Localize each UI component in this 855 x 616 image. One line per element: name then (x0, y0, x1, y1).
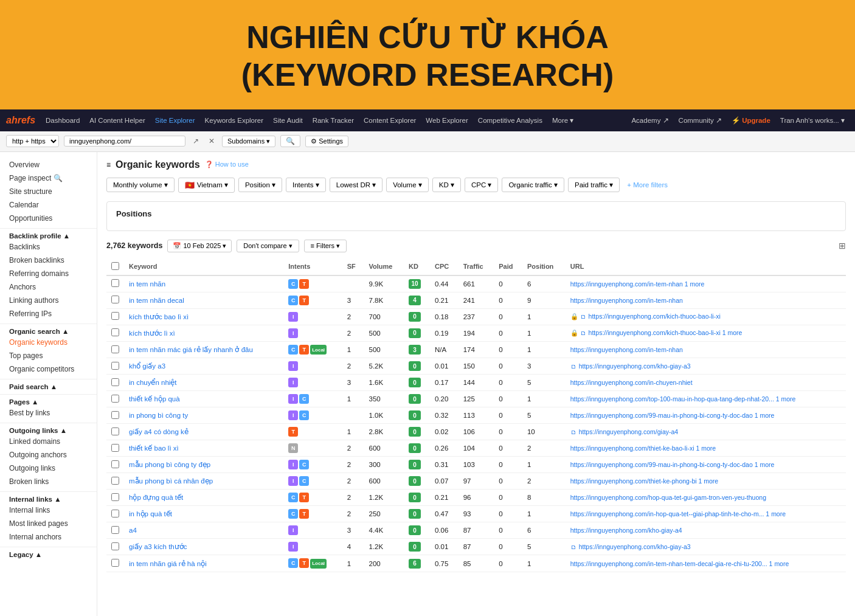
sidebar-item-anchors[interactable]: Anchors (0, 280, 97, 294)
keyword-link[interactable]: in tem nhãn decal (129, 297, 184, 304)
row-checkbox[interactable] (111, 493, 119, 501)
sidebar-item-site-structure[interactable]: Site structure (0, 185, 97, 198)
keyword-link[interactable]: kích thước lì xì (129, 330, 175, 337)
filter-volume[interactable]: Volume ▾ (386, 178, 429, 192)
th-sf[interactable]: SF (342, 258, 364, 275)
sidebar-item-opportunities[interactable]: Opportunities (0, 212, 97, 225)
nav-upgrade[interactable]: ⚡ Upgrade (727, 114, 775, 127)
close-icon[interactable]: ✕ (206, 136, 217, 147)
subdomains-button[interactable]: Subdomains ▾ (222, 136, 275, 147)
url-link[interactable]: 🔒 🗅 https://innguyenphong.com/kich-thuoc… (570, 313, 721, 320)
url-link[interactable]: https://innguyenphong.com/kho-giay-a4 (570, 527, 682, 534)
th-volume[interactable]: Volume (364, 258, 404, 275)
row-checkbox[interactable] (111, 312, 119, 320)
url-link[interactable]: https://innguyenphong.com/top-100-mau-in… (570, 395, 774, 403)
keyword-link[interactable]: giấy a3 kích thước (129, 543, 187, 550)
nav-dashboard[interactable]: Dashboard (41, 114, 84, 126)
search-button[interactable]: 🔍 (280, 135, 300, 147)
filter-position[interactable]: Position ▾ (238, 178, 282, 192)
row-checkbox[interactable] (111, 542, 119, 550)
sidebar-item-backlinks[interactable]: Backlinks (0, 240, 97, 254)
nav-ai-content[interactable]: AI Content Helper (85, 114, 149, 126)
sidebar-item-outgoing-links[interactable]: Outgoing links (0, 462, 97, 475)
row-checkbox[interactable] (111, 296, 119, 303)
url-link[interactable]: https://innguyenphong.com/in-hop-qua-tet… (570, 510, 764, 517)
url-link[interactable]: 🗅 https://innguyenphong.com/kho-giay-a3 (570, 543, 691, 550)
filter-paid-traffic[interactable]: Paid traffic ▾ (568, 178, 620, 192)
keyword-link[interactable]: in hộp quà tết (129, 510, 172, 517)
nav-site-explorer[interactable]: Site Explorer (151, 114, 199, 126)
more-filters-link[interactable]: + More filters (623, 179, 671, 191)
keyword-link[interactable]: a4 (129, 527, 137, 534)
filter-country[interactable]: 🇻🇳 Vietnam ▾ (178, 178, 235, 193)
row-checkbox[interactable] (111, 362, 119, 370)
keyword-link[interactable]: thiết kế bao lì xì (129, 445, 179, 452)
sidebar-item-internal-links[interactable]: Internal links (0, 504, 97, 517)
sidebar-item-linked-domains[interactable]: Linked domains (0, 435, 97, 448)
url-link[interactable]: https://innguyenphong.com/thiet-ke-bao-l… (570, 445, 694, 452)
sidebar-item-page-inspect[interactable]: Page inspect 🔍 (0, 171, 97, 185)
url-input[interactable] (64, 136, 185, 147)
keyword-link[interactable]: in tem nhãn giá rẻ hà nội (129, 560, 207, 567)
sidebar-item-linking-authors[interactable]: Linking authors (0, 294, 97, 307)
sidebar-item-internal-anchors[interactable]: Internal anchors (0, 530, 97, 544)
sidebar-item-organic-competitors[interactable]: Organic competitors (0, 362, 97, 376)
keyword-link[interactable]: thiết kế hộp quà (129, 395, 180, 403)
url-link[interactable]: https://innguyenphong.com/in-tem-nhan (570, 346, 683, 353)
nav-web-explorer[interactable]: Web Explorer (421, 114, 472, 126)
row-checkbox[interactable] (111, 328, 119, 336)
sidebar-item-outgoing-anchors[interactable]: Outgoing anchors (0, 448, 97, 462)
keyword-link[interactable]: kích thước bao lì xì (129, 313, 189, 320)
nav-community[interactable]: Community ↗ (674, 114, 726, 127)
sidebar-item-broken-links[interactable]: Broken links (0, 475, 97, 488)
keyword-link[interactable]: in tem nhãn mác giá rẻ lấy nhanh ở đâu (129, 346, 253, 353)
url-link[interactable]: https://innguyenphong.com/in-tem-nhan-te… (570, 560, 767, 567)
th-paid[interactable]: Paid (494, 258, 522, 275)
sidebar-item-overview[interactable]: Overview (0, 158, 97, 171)
keyword-link[interactable]: mẫu phong bì công ty đẹp (129, 461, 210, 468)
sidebar-item-top-pages[interactable]: Top pages (0, 349, 97, 362)
row-checkbox[interactable] (111, 427, 119, 435)
keyword-link[interactable]: hộp đựng quà tết (129, 494, 183, 501)
row-checkbox[interactable] (111, 444, 119, 452)
row-checkbox[interactable] (111, 510, 119, 517)
compare-button[interactable]: Don't compare ▾ (237, 240, 299, 252)
th-position[interactable]: Position (522, 258, 566, 275)
sidebar-item-broken-backlinks[interactable]: Broken backlinks (0, 254, 97, 267)
th-cpc[interactable]: CPC (430, 258, 459, 275)
keyword-link[interactable]: in phong bì công ty (129, 412, 188, 419)
sidebar-item-organic-keywords[interactable]: Organic keywords (0, 336, 97, 349)
filter-cpc[interactable]: CPC ▾ (465, 178, 498, 192)
more-url-link[interactable]: 1 more (721, 329, 742, 336)
select-all-checkbox[interactable] (111, 262, 119, 270)
sidebar-item-referring-ips[interactable]: Referring IPs (0, 307, 97, 320)
more-url-link[interactable]: 1 more (753, 461, 775, 468)
nav-user-menu[interactable]: Tran Anh's works... ▾ (776, 114, 849, 127)
grid-icon[interactable]: ⊞ (839, 241, 846, 251)
filter-lowest-dr[interactable]: Lowest DR ▾ (330, 178, 382, 192)
row-checkbox[interactable] (111, 526, 119, 534)
filter-intents[interactable]: Intents ▾ (286, 178, 326, 192)
url-link[interactable]: 🗅 https://innguyenphong.com/giay-a4 (570, 428, 678, 435)
more-url-link[interactable]: 1 more (683, 280, 705, 288)
filter-monthly-volume[interactable]: Monthly volume ▾ (106, 178, 175, 192)
nav-site-audit[interactable]: Site Audit (269, 114, 307, 126)
th-intents[interactable]: Intents (283, 258, 342, 275)
more-url-link[interactable]: 1 more (767, 560, 789, 567)
keyword-link[interactable]: in chuyển nhiệt (129, 379, 177, 386)
url-link[interactable]: https://innguyenphong.com/hop-qua-tet-gu… (570, 494, 766, 501)
protocol-select[interactable]: http + https (6, 135, 59, 147)
url-link[interactable]: https://innguyenphong.com/in-tem-nhan (570, 280, 683, 288)
keyword-link[interactable]: khổ giấy a3 (129, 362, 165, 370)
more-url-link[interactable]: 1 more (753, 412, 775, 419)
row-checkbox[interactable] (111, 460, 119, 468)
sidebar-item-referring-domains[interactable]: Referring domains (0, 267, 97, 280)
th-traffic[interactable]: Traffic (459, 258, 494, 275)
filter-organic-traffic[interactable]: Organic traffic ▾ (502, 178, 564, 192)
sidebar-item-calendar[interactable]: Calendar (0, 198, 97, 212)
more-url-link[interactable]: 1 more (694, 445, 716, 452)
url-link[interactable]: 🗅 https://innguyenphong.com/kho-giay-a3 (570, 362, 691, 370)
sidebar-item-best-by-links[interactable]: Best by links (0, 406, 97, 420)
nav-more[interactable]: More ▾ (548, 114, 578, 127)
url-link[interactable]: 🔒 🗅 https://innguyenphong.com/kich-thuoc… (570, 329, 721, 336)
